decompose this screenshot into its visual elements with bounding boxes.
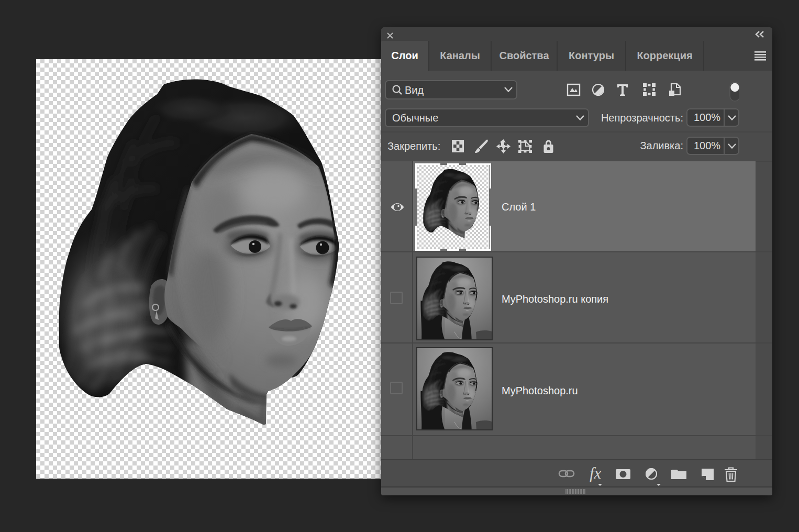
svg-text:fx: fx [590, 464, 602, 482]
